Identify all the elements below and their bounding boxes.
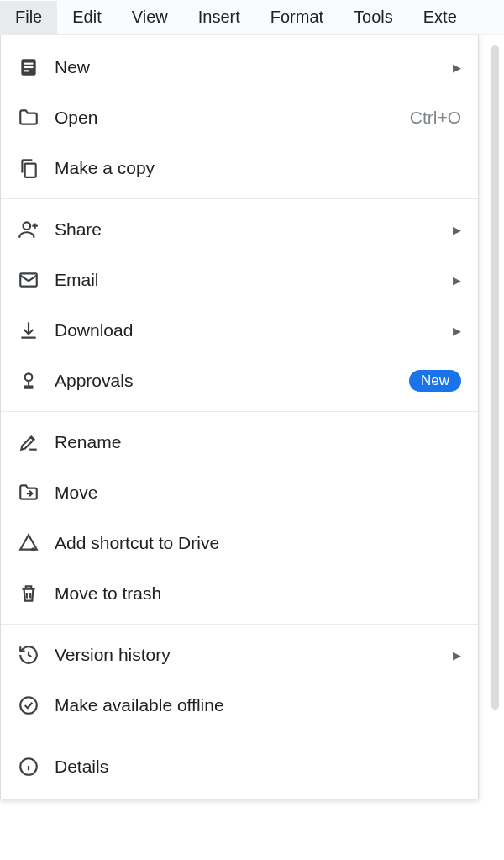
menubar-format[interactable]: Format [255,1,339,34]
scrollbar[interactable] [491,45,499,710]
menu-label: Version history [55,645,438,665]
svg-rect-2 [24,66,34,68]
file-dropdown: New ▶ Open Ctrl+O Make a copy Share ▶ Em… [0,35,479,799]
email-icon [18,269,39,291]
menubar-edit[interactable]: Edit [57,1,116,34]
copy-icon [18,157,39,179]
svg-point-7 [25,373,33,381]
menu-shortcut: Ctrl+O [410,108,461,128]
menu-make-available-offline[interactable]: Make available offline [1,680,478,731]
menu-make-copy[interactable]: Make a copy [1,143,478,193]
menu-label: Rename [55,432,461,452]
history-icon [18,644,39,666]
menu-approvals[interactable]: Approvals New [1,356,478,406]
menubar-tools[interactable]: Tools [339,1,408,34]
download-icon [18,319,39,341]
info-icon [18,756,39,778]
menu-version-history[interactable]: Version history ▶ [1,630,478,680]
folder-icon [18,107,39,129]
menu-label: Make available offline [55,695,461,715]
new-badge: New [409,370,461,392]
svg-point-8 [20,697,37,714]
menu-label: Move [55,483,461,503]
menu-move-to-trash[interactable]: Move to trash [1,568,478,619]
menu-move[interactable]: Move [1,467,478,518]
submenu-arrow-icon: ▶ [453,649,461,662]
menu-label: Share [55,219,438,240]
menu-label: Add shortcut to Drive [55,533,461,553]
person-add-icon [18,219,39,240]
menu-label: New [55,57,438,77]
menu-details[interactable]: Details [1,741,478,792]
menu-divider [1,411,478,412]
svg-point-5 [24,222,31,230]
approvals-icon [18,370,39,392]
menu-new[interactable]: New ▶ [1,42,478,92]
move-icon [18,482,39,504]
doc-icon [18,56,39,78]
submenu-arrow-icon: ▶ [453,61,461,74]
submenu-arrow-icon: ▶ [453,224,461,236]
menu-divider [1,736,478,736]
menu-email[interactable]: Email ▶ [1,255,478,305]
submenu-arrow-icon: ▶ [453,274,461,287]
svg-rect-3 [24,70,29,71]
menu-rename[interactable]: Rename [1,417,478,467]
svg-rect-4 [25,164,36,177]
menubar-insert[interactable]: Insert [183,1,255,34]
menu-download[interactable]: Download ▶ [1,305,478,356]
menu-label: Email [55,270,438,290]
menu-open[interactable]: Open Ctrl+O [1,92,478,143]
menu-label: Download [55,320,438,340]
menu-divider [1,624,478,625]
offline-icon [18,694,39,716]
trash-icon [18,583,39,604]
submenu-arrow-icon: ▶ [453,324,461,337]
menubar-view[interactable]: View [117,1,183,34]
menu-label: Approvals [55,371,394,391]
menu-add-shortcut[interactable]: Add shortcut to Drive [1,518,478,568]
menu-share[interactable]: Share ▶ [1,204,478,255]
menubar-file[interactable]: File [0,1,57,34]
menu-label: Make a copy [55,158,461,178]
svg-rect-1 [24,63,34,65]
menubar: File Edit View Insert Format Tools Exte [0,0,504,35]
menu-label: Move to trash [55,583,461,604]
menu-label: Open [55,108,395,128]
rename-icon [18,431,39,453]
shortcut-icon [18,532,39,554]
menu-label: Details [55,757,461,777]
menubar-extensions[interactable]: Exte [408,1,472,34]
menu-divider [1,198,478,199]
